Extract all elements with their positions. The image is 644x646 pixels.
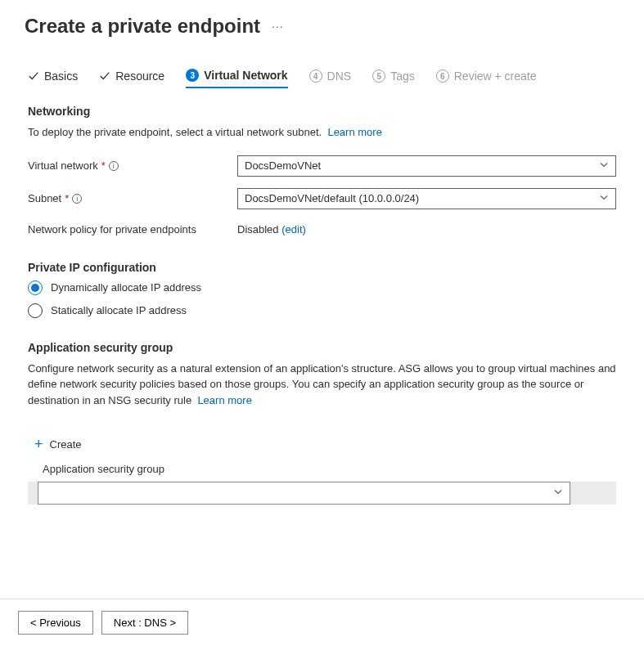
chevron-down-icon xyxy=(599,159,609,172)
tab-label: DNS xyxy=(327,70,352,83)
info-icon[interactable]: i xyxy=(109,161,119,171)
previous-button[interactable]: < Previous xyxy=(18,611,93,635)
learn-more-link[interactable]: Learn more xyxy=(327,126,381,138)
subnet-dropdown[interactable]: DocsDemoVNet/default (10.0.0.0/24) xyxy=(237,188,616,209)
chevron-down-icon xyxy=(553,487,563,500)
dropdown-value: DocsDemoVNet/default (10.0.0.0/24) xyxy=(245,192,419,204)
radio-static-ip[interactable]: Statically allocate IP address xyxy=(28,303,616,318)
more-icon[interactable]: ··· xyxy=(272,20,284,33)
tabs-nav: Basics Resource 3 Virtual Network 4 DNS … xyxy=(0,46,644,88)
policy-label: Network policy for private endpoints xyxy=(28,223,196,236)
tab-label: Review + create xyxy=(454,70,537,83)
learn-more-link[interactable]: Learn more xyxy=(197,394,251,406)
required-indicator: * xyxy=(101,159,106,172)
tab-label: Resource xyxy=(115,70,164,83)
chevron-down-icon xyxy=(599,192,609,204)
tab-label: Tags xyxy=(390,70,415,83)
radio-label: Dynamically allocate IP address xyxy=(51,281,201,294)
required-indicator: * xyxy=(65,192,69,204)
step-number-icon: 6 xyxy=(436,70,449,83)
dropdown-value: DocsDemoVNet xyxy=(245,159,321,172)
asg-column-label: Application security group xyxy=(43,463,616,475)
step-number-icon: 4 xyxy=(309,70,322,83)
create-asg-button[interactable]: + Create xyxy=(34,436,82,453)
check-icon xyxy=(28,70,39,82)
networking-heading: Networking xyxy=(28,105,616,118)
tab-dns[interactable]: 4 DNS xyxy=(309,70,352,87)
tab-basics[interactable]: Basics xyxy=(28,70,78,87)
create-label: Create xyxy=(50,438,82,451)
radio-label: Statically allocate IP address xyxy=(51,304,187,316)
plus-icon: + xyxy=(34,436,43,453)
tab-tags[interactable]: 5 Tags xyxy=(372,70,415,87)
networking-desc: To deploy the private endpoint, select a… xyxy=(28,124,616,141)
tab-resource[interactable]: Resource xyxy=(99,70,164,87)
radio-icon xyxy=(28,280,43,295)
radio-icon xyxy=(28,303,43,318)
step-number-icon: 3 xyxy=(186,69,199,82)
tab-virtual-network[interactable]: 3 Virtual Network xyxy=(186,69,287,88)
tab-label: Virtual Network xyxy=(204,69,287,82)
ip-config-heading: Private IP configuration xyxy=(28,261,616,274)
desc-text: To deploy the private endpoint, select a… xyxy=(28,126,322,138)
page-title: Create a private endpoint xyxy=(25,15,260,38)
subnet-label: Subnet xyxy=(28,192,61,204)
footer-bar: < Previous Next : DNS > xyxy=(0,599,644,646)
asg-select-dropdown[interactable] xyxy=(38,482,570,505)
asg-heading: Application security group xyxy=(28,341,616,354)
policy-edit-link[interactable]: (edit) xyxy=(281,223,306,236)
step-number-icon: 5 xyxy=(372,70,385,83)
tab-review-create[interactable]: 6 Review + create xyxy=(436,70,537,87)
asg-action-spacer xyxy=(570,482,606,505)
vnet-dropdown[interactable]: DocsDemoVNet xyxy=(237,155,616,177)
tab-label: Basics xyxy=(44,70,78,83)
next-button[interactable]: Next : DNS > xyxy=(101,611,188,635)
vnet-label: Virtual network xyxy=(28,159,98,172)
radio-dynamic-ip[interactable]: Dynamically allocate IP address xyxy=(28,280,616,295)
info-icon[interactable]: i xyxy=(72,194,82,204)
check-icon xyxy=(99,70,110,82)
desc-text: Configure network security as a natural … xyxy=(28,362,616,406)
asg-desc: Configure network security as a natural … xyxy=(28,361,616,409)
policy-value: Disabled xyxy=(237,223,279,236)
